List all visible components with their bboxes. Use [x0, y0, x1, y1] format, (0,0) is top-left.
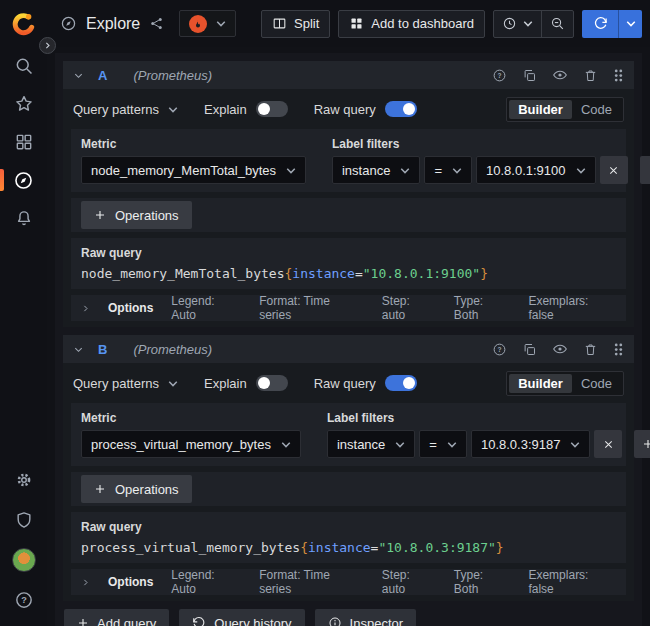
grip-dots-icon — [613, 68, 624, 83]
raw-query-toggle[interactable] — [385, 101, 417, 117]
sidebar-item-explore[interactable] — [0, 161, 47, 199]
query-datasource-name: (Prometheus) — [133, 342, 212, 357]
datasource-picker[interactable] — [179, 10, 236, 37]
code-mode-button[interactable]: Code — [572, 100, 621, 119]
split-label: Split — [294, 16, 319, 31]
split-button[interactable]: Split — [261, 10, 330, 38]
add-to-dashboard-button[interactable]: Add to dashboard — [338, 10, 485, 38]
add-operation-button[interactable]: Operations — [81, 201, 192, 229]
explain-toggle[interactable] — [256, 375, 288, 391]
remove-filter-button[interactable] — [600, 156, 628, 184]
filter-key-value: instance — [337, 437, 385, 452]
query-row-header[interactable]: B (Prometheus) ? — [63, 335, 634, 363]
star-icon — [14, 94, 34, 114]
options-disclosure-chevron[interactable] — [81, 578, 90, 587]
gear-icon — [14, 470, 34, 490]
inspector-button[interactable]: Inspector — [315, 609, 416, 626]
drag-handle[interactable] — [613, 68, 624, 83]
options-disclosure-chevron[interactable] — [81, 304, 90, 313]
sidebar-bottom-group: ? — [0, 460, 47, 620]
query-help-button[interactable]: ? — [492, 342, 507, 357]
options-step: Step: auto — [382, 294, 436, 322]
query-help-button[interactable]: ? — [492, 68, 507, 83]
explain-toggle-field: Explain — [204, 375, 288, 391]
query-patterns-dropdown[interactable]: Query patterns — [73, 102, 178, 117]
code-mode-button[interactable]: Code — [572, 374, 621, 393]
builder-mode-button[interactable]: Builder — [509, 374, 572, 393]
query-header-actions: ? — [492, 341, 624, 357]
add-operation-button[interactable]: Operations — [81, 475, 192, 503]
collapse-chevron-icon[interactable] — [73, 344, 84, 355]
query-history-button[interactable]: Query history — [179, 609, 304, 626]
label-filters-label: Label filters — [327, 411, 650, 425]
sidebar-expand-button[interactable] — [39, 37, 56, 54]
sidebar-item-profile[interactable] — [0, 540, 47, 580]
sidebar-item-server-admin[interactable] — [0, 500, 47, 540]
grafana-logo-icon — [10, 10, 37, 37]
filter-value-select[interactable]: 10.8.0.1:9100 — [476, 156, 596, 184]
inspector-label: Inspector — [350, 616, 403, 626]
run-query-button[interactable] — [582, 10, 618, 38]
sidebar-item-search[interactable] — [0, 47, 47, 85]
close-icon — [608, 165, 619, 176]
run-query-interval-button[interactable] — [618, 10, 642, 38]
chevron-right-icon — [81, 304, 90, 313]
help-icon: ? — [14, 590, 34, 610]
remove-query-button[interactable] — [583, 342, 598, 357]
add-query-label: Add query — [97, 616, 156, 626]
disable-query-button[interactable] — [552, 67, 568, 83]
disable-query-button[interactable] — [552, 341, 568, 357]
sidebar-item-starred[interactable] — [0, 85, 47, 123]
duplicate-query-button[interactable] — [522, 342, 537, 357]
raw-query-code: node_memory_MemTotal_bytes{instance="10.… — [81, 266, 616, 281]
remove-query-button[interactable] — [583, 68, 598, 83]
drag-handle[interactable] — [613, 342, 624, 357]
options-collapsed-row[interactable]: Options Legend: Auto Format: Time series… — [71, 295, 626, 321]
time-picker-button[interactable] — [494, 11, 541, 37]
chevron-down-icon — [523, 20, 533, 27]
metric-builder-section: Metric process_virtual_memory_bytes Labe… — [71, 403, 626, 466]
sidebar-item-dashboards[interactable] — [0, 123, 47, 161]
raw-query-toggle[interactable] — [385, 375, 417, 391]
add-filter-button[interactable] — [640, 156, 650, 184]
share-shortlink-button[interactable] — [149, 16, 164, 31]
run-query-split-button — [582, 10, 642, 38]
raw-query-toggle-field: Raw query — [314, 375, 417, 391]
plus-icon — [77, 617, 89, 626]
remove-filter-button[interactable] — [594, 430, 622, 458]
options-collapsed-row[interactable]: Options Legend: Auto Format: Time series… — [71, 569, 626, 595]
filter-operator-select[interactable]: = — [419, 430, 467, 458]
metric-select[interactable]: node_memory_MemTotal_bytes — [81, 156, 306, 184]
chevron-right-icon — [81, 578, 90, 587]
add-filter-button[interactable] — [634, 430, 650, 458]
sidebar-item-help[interactable]: ? — [0, 580, 47, 620]
zoom-out-time-button[interactable] — [541, 11, 573, 37]
sidebar-item-alerting[interactable] — [0, 199, 47, 237]
filter-value-select[interactable]: 10.8.0.3:9187 — [471, 430, 591, 458]
filter-key-value: instance — [342, 163, 390, 178]
chevron-down-icon — [216, 20, 226, 27]
query-patterns-dropdown[interactable]: Query patterns — [73, 376, 178, 391]
options-step: Step: auto — [382, 568, 436, 596]
duplicate-query-button[interactable] — [522, 68, 537, 83]
filter-key-select[interactable]: instance — [327, 430, 415, 458]
explain-toggle[interactable] — [256, 101, 288, 117]
options-label: Options — [108, 575, 153, 589]
code-metric: process_virtual_memory_bytes — [81, 540, 300, 555]
svg-text:?: ? — [498, 71, 502, 78]
query-row-header[interactable]: A (Prometheus) ? — [63, 61, 634, 89]
filter-operator-select[interactable]: = — [424, 156, 472, 184]
options-format: Format: Time series — [259, 568, 364, 596]
filter-key-select[interactable]: instance — [332, 156, 420, 184]
copy-icon — [522, 342, 537, 357]
raw-query-section-label: Raw query — [81, 520, 616, 534]
query-history-label: Query history — [214, 616, 291, 626]
sidebar-item-configuration[interactable] — [0, 460, 47, 500]
explain-label: Explain — [204, 376, 247, 391]
query-ref-id: B — [98, 342, 107, 357]
label-filter-row: instance = 10.8.0.3:9187 — [327, 430, 650, 458]
add-query-button[interactable]: Add query — [64, 609, 169, 626]
builder-mode-button[interactable]: Builder — [509, 100, 572, 119]
collapse-chevron-icon[interactable] — [73, 70, 84, 81]
metric-select[interactable]: process_virtual_memory_bytes — [81, 430, 301, 458]
